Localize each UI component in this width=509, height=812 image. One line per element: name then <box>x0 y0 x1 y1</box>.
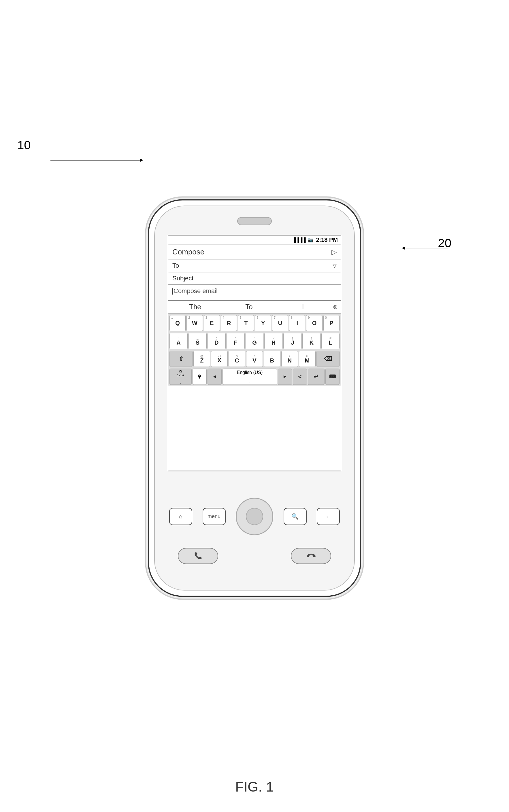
key-p[interactable]: 0P <box>324 315 340 331</box>
key-z[interactable]: @Z <box>193 351 210 367</box>
suggestions-row: The To I ⊗ <box>168 301 341 314</box>
key-less-than[interactable]: < <box>293 368 307 385</box>
key-v[interactable]: !V <box>246 351 263 367</box>
key-u[interactable]: 7U <box>272 315 288 331</box>
page-container: 10 20 ▐▐▐▐ 📷 2:18 PM Compose ▷ <box>0 0 509 812</box>
key-x[interactable]: :-)X <box>211 351 228 367</box>
device-label: 10 <box>17 138 31 152</box>
cursor <box>172 288 173 295</box>
status-bar: ▐▐▐▐ 📷 2:18 PM <box>168 236 341 245</box>
suggestion-the[interactable]: The <box>168 301 222 313</box>
expand-icon[interactable]: ▽ <box>333 262 337 269</box>
call-buttons: 📞 📞 <box>178 548 331 564</box>
key-c[interactable]: &C <box>229 351 245 367</box>
bottom-navigation: ⌂ menu 🔍 ← <box>169 498 340 535</box>
battery-icon: 📷 <box>308 237 314 243</box>
key-keyboard-icon[interactable]: ⌨ <box>326 368 340 385</box>
suggestion-i[interactable]: I <box>276 301 330 313</box>
key-shift[interactable]: ⇧ <box>169 351 193 367</box>
key-d[interactable]: ;D <box>207 333 226 349</box>
subject-label: Subject <box>172 275 195 282</box>
keyboard-row-4: ✿123#, 🎙 ◄ English (US). ► < ↵ ⌨ <box>168 368 341 386</box>
key-enter[interactable]: ↵ <box>308 368 325 385</box>
key-n[interactable]: /N <box>281 351 298 367</box>
to-field-row[interactable]: To ▽ <box>168 260 341 272</box>
end-call-icon: 📞 <box>306 551 316 561</box>
call-button[interactable]: 📞 <box>178 548 218 564</box>
subject-field-row[interactable]: Subject <box>168 272 341 285</box>
key-j[interactable]: (J <box>283 333 302 349</box>
key-s[interactable]: _S <box>189 333 207 349</box>
menu-button[interactable]: menu <box>203 508 226 525</box>
key-o[interactable]: 9O <box>306 315 322 331</box>
key-space[interactable]: English (US). <box>223 368 277 385</box>
key-symbols[interactable]: ✿123#, <box>169 368 192 385</box>
figure-label: FIG. 1 <box>235 779 274 795</box>
keyboard: 1Q 2W 3E 4R 5T 6Y 7U 8I 9O 0P "A _S <box>168 314 341 386</box>
key-left-arrow[interactable]: ◄ <box>207 368 222 385</box>
key-k[interactable]: )K <box>302 333 320 349</box>
keyboard-row-2: "A _S ;D :F 'G ?H (J )K #L <box>168 332 341 350</box>
suggestion-to[interactable]: To <box>222 301 276 313</box>
home-icon: ⌂ <box>179 513 182 520</box>
back-icon: ← <box>326 513 331 520</box>
key-r[interactable]: 4R <box>221 315 237 331</box>
key-i[interactable]: 8I <box>289 315 305 331</box>
key-right-arrow[interactable]: ► <box>278 368 292 385</box>
compose-body[interactable]: Compose email <box>168 285 341 301</box>
status-time: 2:18 PM <box>316 237 338 243</box>
key-f[interactable]: :F <box>227 333 245 349</box>
menu-label: menu <box>207 514 220 520</box>
key-e[interactable]: 3E <box>204 315 220 331</box>
key-backspace[interactable]: ⌫ <box>316 351 340 367</box>
key-w[interactable]: 2W <box>186 315 203 331</box>
screen: ▐▐▐▐ 📷 2:18 PM Compose ▷ To ▽ Subj <box>168 235 341 471</box>
key-y[interactable]: 6Y <box>255 315 271 331</box>
home-button[interactable]: ⌂ <box>169 508 192 525</box>
key-h[interactable]: ?H <box>264 333 282 349</box>
call-icon: 📞 <box>194 552 202 560</box>
compose-header: Compose ▷ <box>168 245 341 260</box>
key-b[interactable]: -B <box>264 351 280 367</box>
compose-title: Compose <box>172 248 204 256</box>
keyboard-row-3: ⇧ @Z :-)X &C !V -B /N $M ⌫ <box>168 350 341 368</box>
annotation-line-10 <box>50 160 143 161</box>
phone-device: ▐▐▐▐ 📷 2:18 PM Compose ▷ To ▽ Subj <box>148 199 361 597</box>
key-q[interactable]: 1Q <box>169 315 185 331</box>
to-label: To <box>172 262 195 270</box>
dpad[interactable] <box>236 498 273 535</box>
speaker <box>237 217 272 225</box>
signal-icon: ▐▐▐▐ <box>293 238 306 243</box>
end-call-button[interactable]: 📞 <box>291 548 331 564</box>
key-m[interactable]: $M <box>299 351 316 367</box>
back-button[interactable]: ← <box>317 508 340 525</box>
key-g[interactable]: 'G <box>245 333 264 349</box>
phone-inner: ▐▐▐▐ 📷 2:18 PM Compose ▷ To ▽ Subj <box>154 206 355 591</box>
send-icon[interactable]: ▷ <box>332 248 337 256</box>
key-l[interactable]: #L <box>321 333 340 349</box>
key-t[interactable]: 5T <box>238 315 254 331</box>
annotation-line-20 <box>402 248 448 248</box>
keyboard-row-1: 1Q 2W 3E 4R 5T 6Y 7U 8I 9O 0P <box>168 314 341 332</box>
search-button[interactable]: 🔍 <box>283 508 307 525</box>
key-a[interactable]: "A <box>169 333 188 349</box>
key-mic[interactable]: 🎙 <box>193 368 207 385</box>
dpad-center[interactable] <box>246 508 263 525</box>
search-icon: 🔍 <box>292 513 299 520</box>
suggestion-clear-icon[interactable]: ⊗ <box>330 302 341 312</box>
compose-placeholder: Compose email <box>173 287 217 294</box>
